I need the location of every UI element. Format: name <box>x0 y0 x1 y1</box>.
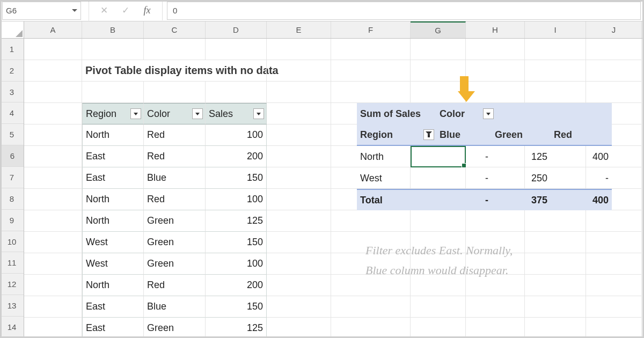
cell[interactable] <box>267 210 331 232</box>
col-header[interactable]: C <box>144 21 206 38</box>
pivot-value[interactable]: - <box>436 146 492 167</box>
cell[interactable] <box>267 253 331 275</box>
cell[interactable] <box>267 232 331 253</box>
accept-button[interactable]: ✓ <box>115 0 136 21</box>
cell[interactable] <box>492 103 551 124</box>
cell[interactable] <box>267 296 331 318</box>
col-header[interactable]: H <box>466 21 525 38</box>
row-header[interactable]: 14 <box>0 317 24 338</box>
pivot-value[interactable]: - <box>551 167 612 189</box>
cell[interactable] <box>24 318 82 338</box>
cell[interactable] <box>24 296 82 318</box>
filter-button[interactable] <box>253 108 264 119</box>
table-cell[interactable]: 150 <box>206 167 267 189</box>
pivot-value[interactable]: 400 <box>551 146 612 167</box>
cell[interactable] <box>144 39 206 60</box>
row-header[interactable]: 3 <box>0 82 24 103</box>
cell[interactable] <box>267 275 331 296</box>
row-header[interactable]: 2 <box>0 60 24 82</box>
cell[interactable] <box>24 146 82 167</box>
row-header[interactable]: 8 <box>0 188 24 210</box>
cell[interactable] <box>24 253 82 275</box>
table-cell[interactable]: East <box>82 167 144 189</box>
row-header[interactable]: 4 <box>0 102 24 124</box>
pivot-total-label[interactable]: Total <box>357 190 436 210</box>
table-cell[interactable]: Green <box>144 253 206 275</box>
table-cell[interactable]: North <box>82 124 144 146</box>
table-cell[interactable]: 150 <box>206 296 267 318</box>
cell[interactable] <box>82 39 144 60</box>
cell[interactable] <box>466 318 525 338</box>
col-header[interactable]: E <box>267 21 331 38</box>
cell[interactable] <box>525 210 586 232</box>
cell[interactable] <box>206 82 267 103</box>
cell[interactable] <box>466 60 525 82</box>
table-cell[interactable]: East <box>82 296 144 318</box>
formula-input[interactable]: 0 <box>167 2 641 20</box>
pivot-table[interactable]: Sum of Sales Color Region Blue Green <box>357 103 612 210</box>
table-cell[interactable]: Green <box>144 210 206 232</box>
cell[interactable] <box>586 232 642 253</box>
cell[interactable] <box>206 39 267 60</box>
cell[interactable] <box>24 39 82 60</box>
table-cell[interactable]: East <box>82 318 144 338</box>
filter-button-applied[interactable] <box>423 129 434 140</box>
cell[interactable] <box>586 39 642 60</box>
select-all-button[interactable] <box>0 21 24 39</box>
col-header[interactable]: I <box>525 21 586 38</box>
cell[interactable] <box>586 296 642 318</box>
cell[interactable] <box>82 82 144 103</box>
row-header[interactable]: 11 <box>0 252 24 274</box>
row-header[interactable]: 10 <box>0 231 24 253</box>
cell[interactable] <box>466 296 525 318</box>
pivot-col-field[interactable]: Color <box>436 103 492 124</box>
filter-button[interactable] <box>130 108 141 119</box>
table-cell[interactable]: 200 <box>206 275 267 296</box>
cell[interactable] <box>586 275 642 296</box>
cell[interactable] <box>267 146 331 167</box>
cell[interactable] <box>525 232 586 253</box>
cell[interactable] <box>525 296 586 318</box>
table-cell[interactable]: 125 <box>206 210 267 232</box>
cells[interactable]: Pivot Table display items with no data <box>24 39 644 338</box>
cell[interactable] <box>525 39 586 60</box>
table-cell[interactable]: East <box>82 146 144 167</box>
table-cell[interactable]: Red <box>144 275 206 296</box>
pivot-value[interactable]: 250 <box>492 167 551 189</box>
cell[interactable] <box>586 253 642 275</box>
cell[interactable] <box>267 82 331 103</box>
row-header[interactable]: 6 <box>0 145 24 167</box>
pivot-row-field[interactable]: Region <box>357 124 436 145</box>
cell[interactable] <box>411 39 466 60</box>
cell[interactable] <box>267 39 331 60</box>
cell[interactable] <box>586 210 642 232</box>
pivot-total-value[interactable]: 400 <box>551 190 612 210</box>
insert-function-button[interactable]: fx <box>136 0 158 21</box>
cell[interactable] <box>551 103 612 124</box>
cell[interactable] <box>466 39 525 60</box>
table-cell[interactable]: West <box>82 232 144 253</box>
cell[interactable] <box>411 210 466 232</box>
table-cell[interactable]: West <box>82 253 144 275</box>
table-cell[interactable]: Red <box>144 189 206 210</box>
pivot-total-value[interactable]: 375 <box>492 190 551 210</box>
cell[interactable] <box>24 210 82 232</box>
col-header[interactable]: J <box>586 21 642 38</box>
cell[interactable] <box>331 318 411 338</box>
col-header[interactable]: D <box>206 21 267 38</box>
cell[interactable] <box>586 318 642 338</box>
cell[interactable] <box>525 253 586 275</box>
cell[interactable] <box>331 296 411 318</box>
cell[interactable] <box>267 189 331 210</box>
cell[interactable] <box>24 124 82 146</box>
col-header[interactable]: B <box>82 21 144 38</box>
cell[interactable] <box>331 210 411 232</box>
pivot-col-label[interactable]: Blue <box>436 124 492 145</box>
cell[interactable] <box>24 189 82 210</box>
row-header[interactable]: 1 <box>0 39 24 60</box>
cell[interactable] <box>267 103 331 124</box>
cell[interactable] <box>267 60 331 82</box>
table-cell[interactable]: Green <box>144 318 206 338</box>
table-cell[interactable]: 100 <box>206 189 267 210</box>
table-cell[interactable]: Red <box>144 146 206 167</box>
